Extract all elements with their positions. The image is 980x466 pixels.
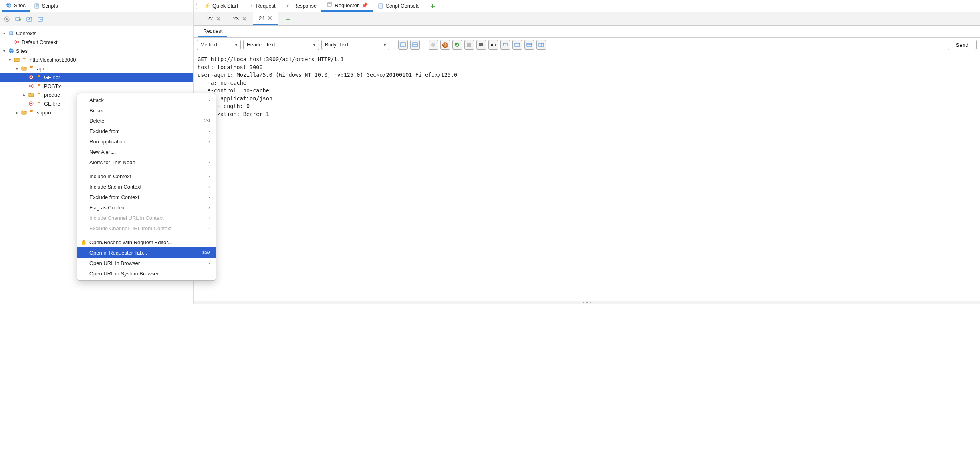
request-tab-24[interactable]: 24 ✕	[253, 12, 278, 25]
script-icon	[34, 3, 40, 9]
svg-point-14	[30, 85, 32, 87]
tab-number: 22	[207, 16, 213, 22]
pin-icon[interactable]: 📌	[361, 2, 368, 8]
method-select[interactable]: Method▾	[197, 40, 241, 50]
screen-icon[interactable]	[500, 40, 510, 50]
cookie-icon[interactable]: 🍪	[440, 40, 450, 50]
tab-script-console[interactable]: Script Console	[373, 0, 425, 12]
tab-number: 23	[233, 16, 238, 22]
tab-quick-start[interactable]: ⚡ Quick Start	[199, 0, 243, 12]
ctx-new-alert[interactable]: New Alert...	[77, 147, 216, 157]
split-handle[interactable]: ⋯⋯	[194, 301, 980, 304]
tree-contexts[interactable]: ▾ Contexts	[0, 29, 193, 38]
target-small-icon	[14, 39, 20, 45]
tab-label: Script Console	[386, 3, 420, 9]
window-left-icon[interactable]	[36, 15, 45, 24]
svg-rect-28	[515, 43, 520, 46]
folder-icon	[21, 65, 27, 72]
combo-label: Method	[200, 42, 217, 48]
tree-label: POST:o	[44, 83, 62, 89]
svg-rect-26	[479, 43, 483, 46]
tab-scripts[interactable]: Scripts	[30, 0, 62, 12]
lightning-icon: ⚡	[204, 3, 210, 9]
tree-default-context[interactable]: Default Context	[0, 38, 193, 46]
window-right-icon[interactable]	[25, 15, 34, 24]
ctx-delete[interactable]: Delete⌫	[77, 116, 216, 126]
split-2-icon[interactable]	[524, 40, 534, 50]
chevron-down-icon: ▾	[14, 66, 19, 71]
header-view-select[interactable]: Header: Text▾	[243, 40, 319, 50]
text-format-icon[interactable]: Aa	[488, 40, 498, 50]
tab-label: Requester	[335, 2, 359, 8]
globe-icon	[6, 2, 12, 8]
tree-label: Sites	[16, 48, 28, 54]
ctx-open-url-browser[interactable]: Open URL in Browser›	[77, 258, 216, 268]
script-icon	[377, 3, 384, 9]
flag-icon	[29, 65, 35, 72]
split-1-icon[interactable]	[512, 40, 522, 50]
arrow-left-icon: ➔	[285, 3, 292, 9]
ctx-run-app[interactable]: Run application›	[77, 136, 216, 147]
layout-vertical-icon[interactable]	[410, 40, 420, 50]
ctx-flag-context[interactable]: Flag as Context›	[77, 202, 216, 213]
scroll-left-icon[interactable]: ‹	[196, 2, 197, 6]
request-tab-22[interactable]: 22 ✕	[202, 12, 226, 25]
host-header-icon[interactable]	[476, 40, 486, 50]
tree-post-orders[interactable]: POST:o	[0, 82, 193, 90]
chevron-down-icon: ▾	[384, 43, 386, 47]
scroll-right-icon[interactable]: ›	[196, 6, 197, 10]
request-tab-23[interactable]: 23 ✕	[227, 12, 252, 25]
submenu-arrow-icon: ›	[208, 261, 210, 265]
keyboard-shortcut: ⌘W	[202, 250, 210, 255]
csrf-icon[interactable]	[464, 40, 474, 50]
new-window-plus-icon[interactable]	[14, 15, 22, 24]
send-button[interactable]: Send	[948, 40, 977, 50]
tab-requester[interactable]: Requester 📌	[321, 0, 373, 12]
ctx-exclude-from[interactable]: Exclude from›	[77, 126, 216, 136]
submenu-arrow-icon: ›	[208, 139, 210, 144]
target-small-icon	[28, 100, 34, 107]
target-icon[interactable]	[2, 15, 11, 24]
tab-request[interactable]: ➔ Request	[243, 0, 280, 12]
svg-rect-27	[503, 43, 507, 46]
tree-api[interactable]: ▾ api	[0, 64, 193, 73]
ctx-open-requester[interactable]: Open in Requester Tab... ⌘W	[77, 247, 216, 258]
chevron-down-icon: ▾	[2, 31, 6, 36]
submenu-arrow-icon: ›	[208, 215, 210, 220]
tree-get-orders[interactable]: GET:or	[0, 73, 193, 82]
add-tab-button[interactable]: ＋	[425, 0, 441, 12]
add-request-tab[interactable]: ＋	[279, 12, 297, 25]
ctx-open-url-system[interactable]: Open URL in System Browser	[77, 268, 216, 279]
ctx-attack[interactable]: Attack›	[77, 95, 216, 105]
close-icon[interactable]: ✕	[268, 15, 272, 21]
ctx-exclude-context[interactable]: Exclude from Context›	[77, 192, 216, 202]
plus-icon: ＋	[284, 14, 292, 24]
tree-sites-root[interactable]: ▾ Sites	[0, 46, 193, 55]
tab-sites[interactable]: Sites	[2, 0, 30, 12]
tab-response[interactable]: ➔ Response	[280, 0, 322, 12]
close-icon[interactable]: ✕	[242, 16, 247, 22]
redirect-icon[interactable]	[452, 40, 462, 50]
flag-icon	[22, 56, 28, 63]
tab-label: Response	[294, 3, 317, 9]
tree-label: produc	[44, 92, 60, 98]
split-3-icon[interactable]	[536, 40, 546, 50]
ctx-include-site-context[interactable]: Include Site in Context›	[77, 181, 216, 192]
ctx-open-resend[interactable]: ✋ Open/Resend with Request Editor...	[77, 237, 216, 247]
hand-icon: ✋	[81, 239, 87, 245]
ctx-include-context[interactable]: Include in Context›	[77, 171, 216, 181]
tree-host[interactable]: ▾ http://localhost:3000	[0, 55, 193, 64]
ctx-alerts-node[interactable]: Alerts for This Node›	[77, 157, 216, 167]
globe-disabled-icon[interactable]	[429, 40, 438, 50]
ctx-exclude-channel: Exclude Channel URL from Context›	[77, 223, 216, 233]
layout-horizontal-icon[interactable]	[398, 40, 408, 50]
request-text[interactable]: GET http://localhost:3000/api/orders HTT…	[194, 52, 980, 301]
svg-point-9	[16, 41, 18, 43]
close-icon[interactable]: ✕	[216, 16, 221, 22]
subtab-request[interactable]: Request	[198, 26, 227, 37]
ctx-break[interactable]: Break...	[77, 105, 216, 116]
body-view-select[interactable]: Body: Text▾	[321, 40, 389, 50]
target-small-icon	[28, 83, 34, 89]
submenu-arrow-icon: ›	[208, 174, 210, 179]
tab-scripts-label: Scripts	[42, 3, 58, 9]
